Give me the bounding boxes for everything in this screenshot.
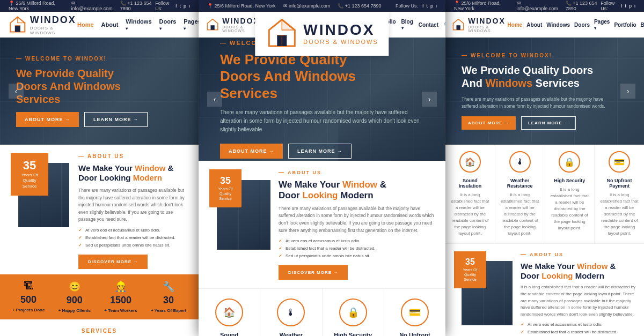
nav-contact-center[interactable]: Contact (419, 22, 438, 28)
hero-title-left: We Provide Quality Doors And Windows Ser… (16, 67, 148, 106)
phone-right: 📞 +1 123 654 7890 (566, 1, 601, 11)
about-badge-center: 35 Years OfQuality Service (209, 169, 241, 207)
hero-title-center: We Provide Quality Doors And Windows Ser… (220, 51, 424, 102)
nav-pages-right[interactable]: Pages (594, 19, 610, 31)
stat-clients-left: 😊 900 + Happy Clients (58, 281, 91, 313)
follow-label-right: Follow Us: (601, 1, 617, 11)
address-center: 📍 25/6 Milford Road, New York (207, 3, 276, 9)
payment-desc-right: It is a long established fact that a rea… (600, 192, 639, 237)
weather-title-right: Weather Resistance (501, 178, 539, 189)
logo-text-left: WINDOX DOORS & WINDOWS (30, 14, 77, 35)
follow-label-center: Follow Us: (396, 3, 418, 9)
about-checks-right: At vero eos et accusamus et iusto odio. … (521, 322, 635, 336)
discover-btn-left[interactable]: DISCOVER MORE → (78, 255, 148, 269)
logo-svg-right (452, 17, 465, 32)
nav-pages-left[interactable]: Pages (184, 18, 199, 31)
facebook-icon-left[interactable]: f (175, 3, 177, 9)
center-brand-sub: DOORS & WINDOWS (303, 39, 378, 45)
facebook-icon-right[interactable]: f (621, 3, 623, 9)
hero-title-right: We Provide Quality DoorsAnd Windows Serv… (462, 64, 617, 89)
hero-desc-center: There are many variations of passages av… (220, 108, 424, 134)
pinterest-icon-center[interactable]: p (430, 3, 433, 9)
topbar-contact-left: 📍 25/6 Milford Road, New York ✉ info@exa… (9, 1, 155, 11)
nav-blog-center[interactable]: Blog (401, 19, 413, 31)
stat-num-clients-left: 900 (67, 295, 83, 306)
hero-content-right: WELCOME TO WINDOX! We Provide Quality Do… (445, 53, 617, 130)
about-label-left: ABOUT US (78, 153, 188, 159)
check3-center: Sed ut perspiciatis unde omnis iste natu… (279, 253, 435, 258)
hero-learn-btn-left[interactable]: LEARN MORE → (84, 112, 148, 127)
about-center: 35 Years OfQuality Service ABOUT US We M… (199, 161, 445, 288)
brand-name-right: WINDOX (468, 17, 507, 25)
hero-prev-left[interactable]: ‹ (9, 84, 24, 99)
stat-icon-years-left: 🔧 (163, 281, 174, 293)
topbar-left: 📍 25/6 Milford Road, New York ✉ info@exa… (0, 0, 199, 12)
twitter-icon-left[interactable]: t (179, 3, 181, 9)
nav-doors-right[interactable]: Doors (574, 22, 590, 28)
hero-center: ‹ › WELCOME TO WINDOX! We Provide Qualit… (199, 38, 445, 161)
nav-about-right[interactable]: About (526, 22, 542, 28)
nav-windows-right[interactable]: Windows (546, 22, 570, 28)
about-content-center: ABOUT US We Make Your Window &Door Looki… (279, 169, 435, 280)
insulation-desc-right: It is a long established fact that a rea… (451, 192, 489, 237)
logo-svg-left (9, 15, 27, 34)
nav-about-left[interactable]: About (101, 21, 119, 28)
stat-icon-clients-left: 😊 (69, 281, 80, 293)
about-image-right: 35 Years OfQuality Service (454, 251, 513, 336)
hero-desc-right: There are many variations of passages av… (462, 96, 617, 110)
nav-home-left[interactable]: Home (77, 21, 94, 28)
nav-blog-right[interactable]: Blog (641, 22, 644, 28)
feature-security-center: 🔒 High Security It is a long established… (323, 289, 384, 336)
hero-learn-btn-center[interactable]: LEARN MORE → (288, 144, 352, 159)
feature-security-right: 🔒 High Security It is a long established… (545, 145, 595, 243)
hero-next-right[interactable]: › (620, 84, 635, 99)
pinterest-icon-left[interactable]: p (184, 3, 186, 9)
instagram-icon-center[interactable]: i (436, 3, 437, 9)
page-container: 📍 25/6 Milford Road, New York ✉ info@exa… (0, 0, 644, 336)
hero-next-center[interactable]: › (422, 92, 437, 107)
payment-title-center: No Upfront Payment (393, 332, 437, 336)
topbar-center: 📍 25/6 Milford Road, New York ✉ info@exa… (199, 0, 445, 12)
email-left: ✉ info@example.com (71, 1, 113, 11)
search-icon-center[interactable]: 🔍 (444, 21, 445, 29)
logo-right: WINDOX DOORS & WINDOWS (452, 17, 508, 33)
hero-learn-btn-right[interactable]: LEARN MORE → (521, 116, 576, 130)
hero-about-btn-right[interactable]: ABOUT MORE → (462, 116, 516, 130)
center-logo-text: WINDOX DOORS & WINDOWS (303, 21, 378, 45)
about-left: 35 Years OfQuality Service ABOUT US We M… (0, 145, 199, 274)
weather-icon-right: 🌡 (509, 151, 531, 173)
discover-btn-center[interactable]: DISCOVER MORE → (279, 265, 348, 280)
check2-center: Established fact that a reader will be d… (279, 246, 435, 251)
instagram-icon-left[interactable]: i (189, 3, 190, 9)
stat-label-projects-left: + Projects Done (12, 308, 45, 312)
address-left: 📍 25/6 Milford Road, New York (9, 1, 64, 11)
email-right: ✉ info@example.com (517, 1, 558, 11)
nav-windows-left[interactable]: Windows (126, 18, 151, 31)
about-content-right: ABOUT US We Make Your Window &Door Looki… (521, 251, 635, 336)
logo-svg-center (206, 17, 219, 32)
topbar-contact-center: 📍 25/6 Milford Road, New York ✉ info@exa… (207, 3, 382, 9)
nav-portfolio-right[interactable]: Portfolio (614, 22, 636, 28)
facebook-icon-center[interactable]: f (422, 3, 424, 9)
check1-center: At vero eos et accusamus et iusto odio. (279, 238, 435, 243)
pinterest-icon-right[interactable]: p (629, 3, 632, 9)
email-center: ✉ info@example.com (283, 3, 331, 9)
nav-left: WINDOX DOORS & WINDOWS Home About Window… (0, 12, 199, 38)
instagram-icon-right[interactable]: i (634, 3, 635, 9)
weather-desc-right: It is a long established fact that a rea… (501, 192, 539, 237)
nav-home-right[interactable]: Home (508, 22, 523, 28)
insulation-title-right: Sound Insulation (451, 178, 489, 189)
twitter-icon-center[interactable]: t (426, 3, 428, 9)
twitter-icon-right[interactable]: t (625, 3, 626, 9)
hero-prev-center[interactable]: ‹ (207, 92, 222, 107)
security-title-right: High Security (551, 178, 589, 183)
center-logo-overlay: WINDOX DOORS & WINDOWS (255, 12, 389, 56)
nav-doors-left[interactable]: Doors (159, 18, 177, 31)
hero-about-btn-center[interactable]: ABOUT MORE → (220, 144, 283, 159)
stat-label-workers-left: + Team Workers (104, 308, 137, 313)
social-icons-right: f t p i (621, 3, 635, 9)
hero-about-btn-left[interactable]: ABOUT MORE → (16, 112, 79, 127)
brand-name-left: WINDOX (30, 14, 77, 26)
payment-title-right: No Upfront Payment (600, 178, 639, 189)
services-teaser-left: SERVICES Let's Check Our ServicesOffer F… (0, 319, 199, 336)
